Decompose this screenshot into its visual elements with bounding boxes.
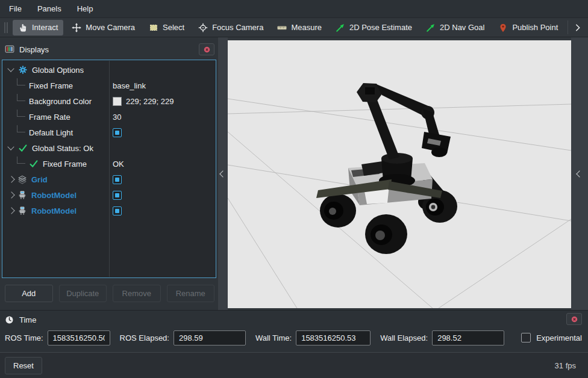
tree-value-cell: OK <box>113 160 214 169</box>
time-panel-header[interactable]: Time <box>5 313 582 326</box>
menu-item-help[interactable]: Help <box>69 1 101 16</box>
hand-cursor-icon <box>18 23 28 33</box>
status-bar: Reset 31 fps <box>0 352 588 378</box>
tree-item-label: Background Color <box>29 97 92 106</box>
tree-label-cell: RobotModel <box>2 206 77 215</box>
tool-label: Move Camera <box>86 23 135 32</box>
grid-icon <box>17 175 27 184</box>
displays-tree[interactable]: Global OptionsFixed Framebase_linkBackgr… <box>2 60 216 278</box>
tree-item-label: Default Light <box>29 128 73 137</box>
tool-2d-pose-estimate[interactable]: 2D Pose Estimate <box>330 20 418 36</box>
tool-interact[interactable]: Interact <box>13 20 63 36</box>
duplicate-button: Duplicate <box>59 285 107 302</box>
3d-scene <box>228 40 571 308</box>
toolbar-drag-handle[interactable] <box>4 22 5 33</box>
left-panel-collapse-handle[interactable] <box>218 37 228 310</box>
menu-item-panels[interactable]: Panels <box>30 1 69 16</box>
time-field-wall-elapsed: Wall Elapsed: <box>380 330 504 345</box>
main-area: Displays Global OptionsFixed Framebase_l… <box>0 37 588 310</box>
check-icon <box>29 159 39 169</box>
branch-line <box>17 110 25 117</box>
chevron-right-icon <box>574 23 582 32</box>
tool-label: 2D Pose Estimate <box>349 23 412 32</box>
tree-item-label: Frame Rate <box>29 113 70 122</box>
time-field-label: ROS Time: <box>5 333 43 342</box>
close-icon <box>203 46 211 54</box>
collapse-arrow-icon[interactable] <box>7 143 14 150</box>
branch-line <box>17 156 25 164</box>
branch-line <box>17 78 25 85</box>
tree-label-cell: Global Options <box>2 65 84 75</box>
right-panel-collapse-handle[interactable] <box>571 37 588 310</box>
tree-row-default-light[interactable]: Default Light <box>2 125 216 140</box>
chevron-left-icon <box>219 170 226 177</box>
wall-time-input[interactable] <box>296 330 371 345</box>
crosshair-icon <box>198 23 208 33</box>
displays-close-button[interactable] <box>199 43 214 55</box>
tree-label-cell: Frame Rate <box>2 113 70 122</box>
robot-icon <box>17 190 27 200</box>
green-arrow-icon <box>426 23 436 33</box>
tool-measure[interactable]: Measure <box>272 20 327 36</box>
collapse-arrow-icon[interactable] <box>7 65 14 72</box>
enabled-checkbox[interactable] <box>113 191 122 200</box>
check-icon <box>18 143 28 153</box>
tree-row-robotmodel[interactable]: RobotModel <box>2 203 216 218</box>
map-pin-icon <box>498 23 508 33</box>
tree-value: base_link <box>113 81 146 90</box>
tree-label-cell: Grid <box>2 175 48 184</box>
clock-icon <box>5 315 14 324</box>
toolbar-tools: InteractMove CameraSelectFocus CameraMea… <box>13 20 566 36</box>
reset-button[interactable]: Reset <box>5 357 42 374</box>
expand-arrow-icon[interactable] <box>8 176 14 182</box>
time-field-label: Wall Elapsed: <box>380 333 428 342</box>
tree-value-cell <box>113 128 214 137</box>
tree-row-fixed-frame[interactable]: Fixed Framebase_link <box>2 78 216 93</box>
tree-row-grid[interactable]: Grid <box>2 172 216 187</box>
toolbar-overflow-button[interactable] <box>569 21 586 34</box>
tree-label-cell: Fixed Frame <box>2 159 87 169</box>
displays-button-row: AddDuplicateRemoveRename <box>0 278 218 310</box>
selection-box-icon <box>149 23 158 33</box>
enabled-checkbox[interactable] <box>113 175 122 184</box>
tree-row-robotmodel[interactable]: RobotModel <box>2 187 216 203</box>
ros-elapsed-input[interactable] <box>174 330 246 345</box>
experimental-checkbox[interactable] <box>521 333 531 342</box>
tool-2d-nav-goal[interactable]: 2D Nav Goal <box>421 20 490 36</box>
3d-viewport[interactable] <box>228 40 571 308</box>
expand-arrow-icon[interactable] <box>8 207 14 214</box>
enabled-checkbox[interactable] <box>113 206 122 215</box>
tree-row-global-status-ok[interactable]: Global Status: Ok <box>2 140 216 156</box>
tool-label: Interact <box>32 23 58 32</box>
tree-item-label: Grid <box>31 175 48 184</box>
ros-time-input[interactable] <box>48 330 110 345</box>
tool-label: Select <box>163 23 184 32</box>
tree-value-cell: base_link <box>113 81 214 90</box>
chevron-left-icon <box>576 170 583 177</box>
enabled-checkbox[interactable] <box>113 128 122 137</box>
tree-label-cell: RobotModel <box>2 190 77 200</box>
tool-select[interactable]: Select <box>143 20 190 36</box>
tree-item-label: RobotModel <box>31 191 77 200</box>
tree-row-global-options[interactable]: Global Options <box>2 62 216 78</box>
expand-arrow-icon[interactable] <box>8 191 14 198</box>
displays-panel-header[interactable]: Displays <box>0 42 218 57</box>
tool-move-camera[interactable]: Move Camera <box>66 20 140 36</box>
menu-item-file[interactable]: File <box>1 1 30 16</box>
tree-row-background-color[interactable]: Background Color229; 229; 229 <box>2 93 216 109</box>
rename-button: Rename <box>167 285 215 302</box>
wall-elapsed-input[interactable] <box>432 330 504 345</box>
tree-row-frame-rate[interactable]: Frame Rate30 <box>2 109 216 125</box>
time-fields-row: ROS Time:ROS Elapsed:Wall Time:Wall Elap… <box>5 326 582 349</box>
time-panel: Time ROS Time:ROS Elapsed:Wall Time:Wall… <box>0 310 588 352</box>
tool-publish-point[interactable]: Publish Point <box>493 20 563 36</box>
fps-counter: 31 fps <box>555 361 576 370</box>
tool-label: Focus Camera <box>212 23 263 32</box>
time-close-button[interactable] <box>566 313 582 325</box>
tree-value: 30 <box>113 113 121 122</box>
add-button[interactable]: Add <box>5 285 53 302</box>
tree-row-fixed-frame[interactable]: Fixed FrameOK <box>2 156 216 172</box>
time-field-label: Wall Time: <box>255 333 292 342</box>
tool-focus-camera[interactable]: Focus Camera <box>193 20 269 36</box>
color-swatch[interactable] <box>113 97 122 106</box>
